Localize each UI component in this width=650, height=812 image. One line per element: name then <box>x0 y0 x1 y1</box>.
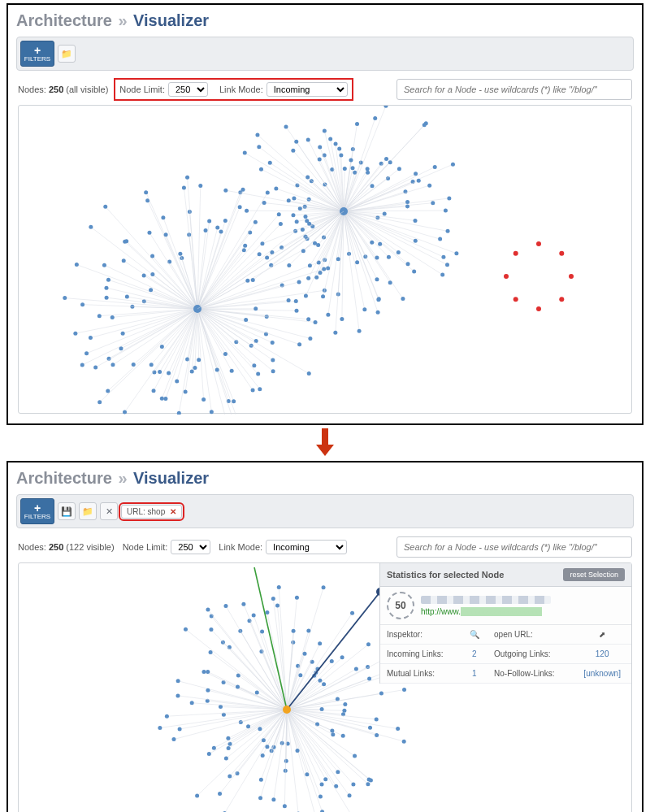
svg-point-195 <box>238 205 242 209</box>
node-url-link[interactable]: http://www.xxxxxxxxxxxxxxxxxxxx <box>421 607 542 616</box>
breadcrumb: Architecture » Visualizer <box>8 5 642 33</box>
svg-point-9 <box>244 318 248 322</box>
svg-point-700 <box>330 659 334 663</box>
svg-point-612 <box>219 705 223 709</box>
svg-point-620 <box>176 679 180 683</box>
cell-label: Inspektor: <box>380 625 461 645</box>
svg-point-398 <box>294 140 298 144</box>
node-limit-select[interactable]: 250 <box>168 82 208 97</box>
svg-line-283 <box>344 211 377 280</box>
search-input[interactable] <box>396 536 632 558</box>
svg-line-194 <box>197 207 240 309</box>
svg-point-153 <box>150 254 154 258</box>
search-box <box>396 79 632 100</box>
cell-value: [unknown] <box>573 664 631 684</box>
external-link-icon[interactable]: ⬈ <box>599 630 605 639</box>
link-mode-select[interactable]: Incoming <box>266 540 347 554</box>
svg-point-31 <box>256 372 260 376</box>
node-limit-select[interactable]: 250 <box>171 540 210 554</box>
svg-line-295 <box>344 211 359 331</box>
controls-row: Nodes: 250 (all visible) Node Limit: 250… <box>8 74 642 105</box>
remove-chip-icon[interactable]: ✕ <box>170 507 176 516</box>
filter-chip-url[interactable]: URL: shop ✕ <box>121 505 182 519</box>
svg-point-183 <box>207 219 211 224</box>
svg-point-185 <box>215 225 219 229</box>
breadcrumb-current: Visualizer <box>133 11 209 29</box>
svg-point-177 <box>185 176 189 180</box>
svg-line-553 <box>284 710 287 806</box>
svg-point-586 <box>227 746 231 750</box>
search-box <box>396 536 632 558</box>
svg-point-292 <box>362 307 366 311</box>
svg-point-278 <box>375 255 379 259</box>
filters-label: FILTERS <box>24 56 50 63</box>
svg-point-328 <box>287 263 291 267</box>
reset-selection-button[interactable]: reset Selection <box>563 568 625 581</box>
svg-line-533 <box>287 710 322 784</box>
svg-line-100 <box>121 309 197 349</box>
search-input[interactable] <box>396 79 632 100</box>
svg-point-364 <box>223 189 228 193</box>
clear-filter-button[interactable]: ✕ <box>100 502 118 520</box>
svg-line-734 <box>254 567 287 710</box>
svg-point-504 <box>375 733 379 737</box>
svg-point-93 <box>132 363 136 367</box>
svg-point-666 <box>271 597 275 601</box>
svg-point-358 <box>245 209 249 213</box>
svg-point-310 <box>326 266 330 270</box>
svg-line-222 <box>197 260 325 309</box>
folder-button[interactable]: 📁 <box>79 502 97 520</box>
svg-point-103 <box>80 363 84 367</box>
nodes-count-label: Nodes: 250 (all visible) <box>18 85 108 94</box>
svg-point-558 <box>271 797 275 801</box>
svg-point-476 <box>405 200 410 204</box>
svg-point-424 <box>355 122 359 126</box>
svg-point-197 <box>266 191 270 195</box>
svg-point-598 <box>246 724 250 728</box>
svg-point-113 <box>98 314 102 318</box>
svg-point-676 <box>292 629 296 633</box>
svg-point-552 <box>284 759 288 763</box>
svg-point-165 <box>164 232 168 237</box>
svg-point-37 <box>223 352 228 356</box>
svg-point-181 <box>204 228 208 232</box>
svg-point-173 <box>188 210 192 214</box>
svg-point-179 <box>198 184 202 188</box>
add-filters-button[interactable]: + FILTERS <box>20 41 54 67</box>
svg-point-414 <box>334 142 338 146</box>
svg-point-107 <box>121 332 125 336</box>
svg-point-242 <box>383 212 387 216</box>
svg-point-256 <box>441 255 445 259</box>
svg-point-478 <box>405 204 410 208</box>
svg-point-416 <box>337 146 341 150</box>
search-icon[interactable]: 🔍 <box>470 630 479 639</box>
svg-point-342 <box>260 241 264 245</box>
svg-line-249 <box>344 211 440 239</box>
svg-point-572 <box>265 745 269 749</box>
svg-point-83 <box>123 410 127 414</box>
svg-point-157 <box>147 231 151 235</box>
svg-point-85 <box>150 363 154 367</box>
folder-button[interactable]: 📁 <box>58 45 76 63</box>
close-icon: ✕ <box>106 506 113 517</box>
breadcrumb-root[interactable]: Architecture <box>16 11 112 29</box>
svg-line-669 <box>277 606 287 710</box>
svg-point-604 <box>178 727 182 731</box>
svg-point-434 <box>373 116 377 120</box>
svg-point-483 <box>569 274 574 279</box>
svg-point-498 <box>396 727 400 731</box>
graph-canvas[interactable]: Statistics for selected Node reset Selec… <box>18 562 632 812</box>
svg-point-392 <box>291 149 295 153</box>
svg-point-19 <box>307 371 311 376</box>
svg-line-535 <box>287 710 320 797</box>
graph-canvas[interactable] <box>18 105 632 414</box>
add-filters-button[interactable]: + FILTERS <box>20 498 54 524</box>
svg-point-502 <box>368 726 372 730</box>
link-mode-select[interactable]: Incoming <box>266 82 348 97</box>
svg-point-628 <box>206 670 210 674</box>
svg-point-368 <box>287 198 291 202</box>
svg-point-396 <box>284 125 288 129</box>
breadcrumb-root[interactable]: Architecture <box>16 469 112 487</box>
svg-point-576 <box>218 792 222 796</box>
save-filter-button[interactable]: 💾 <box>58 502 76 520</box>
